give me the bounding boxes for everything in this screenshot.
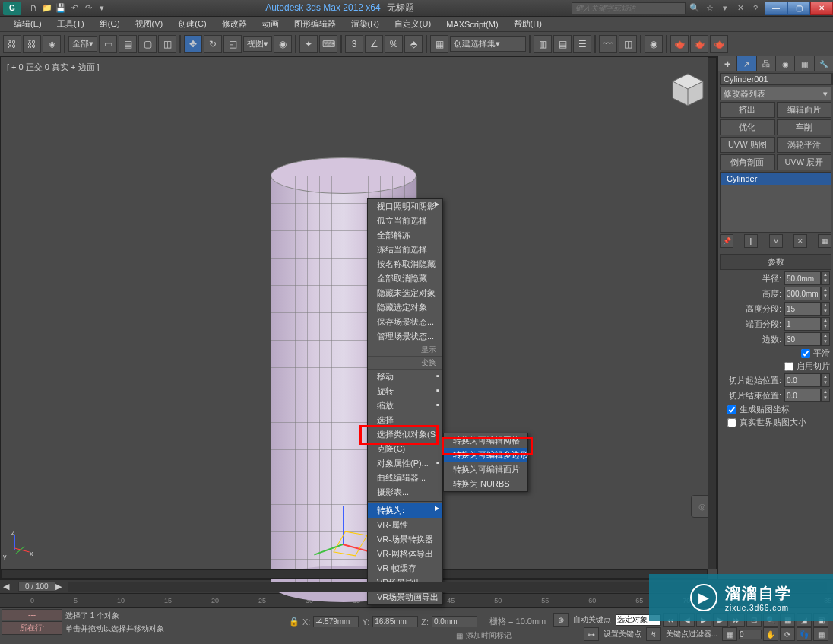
height-spinner[interactable]: ▲▼	[821, 287, 830, 300]
ctx-conv-nurbs[interactable]: 转换为 NURBS	[444, 477, 527, 491]
btn-uvwmap[interactable]: UVW 贴图	[720, 137, 775, 153]
cseg-input[interactable]	[784, 317, 821, 331]
pin-stack-icon[interactable]: 📌	[720, 234, 733, 248]
signin-icon[interactable]: ▾	[719, 2, 731, 14]
close-button[interactable]: ✕	[810, 2, 833, 15]
render-icon[interactable]: 🫖	[710, 35, 728, 53]
btn-bevel[interactable]: 倒角剖面	[720, 154, 775, 170]
ref-coord[interactable]: 视图 ▾	[243, 36, 272, 52]
btn-turbosmooth[interactable]: 涡轮平滑	[777, 137, 832, 153]
save-icon[interactable]: 💾	[55, 2, 67, 14]
ctx-obj-props[interactable]: 对象属性(P)...	[368, 456, 442, 471]
mirror-icon[interactable]: ▥	[534, 35, 552, 53]
menu-help[interactable]: 帮助(H)	[506, 18, 550, 30]
ctx-isolate[interactable]: 孤立当前选择	[368, 214, 442, 228]
btn-optimize[interactable]: 优化	[720, 119, 775, 135]
radius-spinner[interactable]: ▲▼	[821, 271, 830, 285]
btn-lathe[interactable]: 车削	[777, 119, 832, 135]
undo-icon[interactable]: ↶	[68, 2, 81, 14]
modifier-list-dropdown[interactable]: 修改器列表▾	[720, 87, 831, 100]
setkey-button[interactable]: 设置关键点	[600, 629, 645, 639]
ctx-manage-state[interactable]: 管理场景状态...	[368, 329, 442, 344]
remove-mod-icon[interactable]: ✕	[793, 234, 807, 248]
key-filter-button[interactable]: 关键点过滤器...	[663, 629, 721, 639]
y-coord-input[interactable]	[372, 616, 418, 627]
select-name-icon[interactable]: ▤	[119, 35, 137, 53]
btn-extrude[interactable]: 挤出	[720, 102, 775, 118]
select-region-icon[interactable]: ▢	[138, 35, 157, 53]
key-tangent-icon[interactable]: ↯	[646, 627, 661, 641]
x-coord-input[interactable]	[313, 616, 359, 627]
tab-utilities-icon[interactable]: 🔧	[815, 56, 833, 71]
frame-input[interactable]	[739, 630, 762, 639]
object-name-input[interactable]	[720, 73, 832, 85]
nav-walk-icon[interactable]: 👣	[797, 627, 812, 641]
manipulate-icon[interactable]: ✦	[299, 35, 318, 53]
material-icon[interactable]: ◉	[645, 35, 663, 53]
ctx-viewport-lighting[interactable]: 视口照明和阴影	[368, 199, 442, 214]
slice-checkbox[interactable]	[784, 362, 793, 371]
spinner-snap-icon[interactable]: ⬘	[404, 35, 423, 53]
btn-editpatch[interactable]: 编辑面片	[777, 102, 832, 118]
sliceto-spinner[interactable]: ▲▼	[821, 389, 830, 402]
menu-create[interactable]: 创建(C)	[170, 18, 214, 30]
menu-tools[interactable]: 工具(T)	[49, 18, 92, 30]
time-tag-icon[interactable]: ▦	[456, 632, 463, 640]
viewport-scrollbar-v[interactable]	[708, 57, 717, 569]
percent-snap-icon[interactable]: %	[385, 35, 403, 53]
menu-render[interactable]: 渲染(R)	[344, 18, 387, 30]
new-icon[interactable]: 🗋	[27, 2, 40, 14]
ctx-conv-poly[interactable]: 转换为可编辑多边形	[444, 448, 527, 462]
tab-modify-icon[interactable]: ↗	[737, 56, 755, 71]
ctx-hide-sel[interactable]: 隐藏选定对象	[368, 300, 442, 315]
add-time-tag[interactable]: 添加时间标记	[466, 630, 512, 641]
menu-modifiers[interactable]: 修改器	[214, 18, 255, 30]
menu-graph[interactable]: 图形编辑器	[287, 18, 344, 30]
window-crossing-icon[interactable]: ◫	[158, 35, 176, 53]
slicefrom-input[interactable]	[784, 373, 821, 387]
render-setup-icon[interactable]: 🫖	[670, 35, 689, 53]
genmap-checkbox[interactable]	[727, 405, 736, 414]
show-result-icon[interactable]: ‖	[744, 234, 758, 248]
radius-input[interactable]	[784, 271, 821, 285]
ctx-select[interactable]: 选择	[368, 413, 442, 427]
stack-cylinder[interactable]: Cylinder	[721, 173, 831, 185]
ctx-unhide-all[interactable]: 全部取消隐藏	[368, 271, 442, 286]
ctx-convert-to[interactable]: 转换为:	[368, 503, 442, 518]
viewcube[interactable]	[665, 68, 711, 113]
menu-views[interactable]: 视图(V)	[128, 18, 171, 30]
tab-display-icon[interactable]: ▦	[795, 56, 813, 71]
help-search-input[interactable]	[572, 2, 686, 14]
menu-maxscript[interactable]: MAXScript(M)	[439, 20, 505, 29]
selection-filter[interactable]: 全部 ▾	[68, 36, 97, 52]
ctx-vr-anim-export[interactable]: VR场景动画导出	[368, 590, 442, 604]
menu-edit[interactable]: 编辑(E)	[6, 18, 49, 30]
ctx-vr-props[interactable]: VR-属性	[368, 518, 442, 532]
unlink-icon[interactable]: ⛓	[23, 35, 41, 53]
minimize-button[interactable]: —	[765, 2, 787, 15]
params-rollout-header[interactable]: 参数	[720, 254, 831, 270]
ctx-select-similar[interactable]: 选择类似对象(S)	[368, 427, 442, 442]
viewport-scrollbar-h[interactable]	[1, 569, 708, 579]
scale-icon[interactable]: ◱	[223, 35, 242, 53]
exchange-icon[interactable]: ✕	[734, 2, 746, 14]
app-icon[interactable]: G	[3, 2, 21, 15]
angle-snap-icon[interactable]: ∠	[365, 35, 383, 53]
btn-unwrap[interactable]: UVW 展开	[777, 154, 832, 170]
ctx-conv-patch[interactable]: 转换为可编辑面片	[444, 462, 527, 477]
render-frame-icon[interactable]: 🫖	[690, 35, 708, 53]
set-key-icon[interactable]: ⊕	[553, 613, 569, 627]
ctx-vr-mesh-export[interactable]: VR-网格体导出	[368, 547, 442, 561]
snap-icon[interactable]: 3	[345, 35, 363, 53]
sides-input[interactable]	[784, 332, 821, 346]
make-unique-icon[interactable]: ∀	[769, 234, 783, 248]
smooth-checkbox[interactable]	[801, 349, 810, 358]
tab-hierarchy-icon[interactable]: 品	[757, 56, 775, 71]
ctx-dope-sheet[interactable]: 摄影表...	[368, 485, 442, 500]
nav-pan-icon[interactable]: ✋	[763, 627, 778, 641]
ctx-move[interactable]: 移动	[368, 370, 442, 384]
nav-orbit-icon[interactable]: ⟳	[780, 627, 795, 641]
ctx-freeze-sel[interactable]: 冻结当前选择	[368, 243, 442, 257]
prev-key-icon[interactable]: ◀	[3, 582, 9, 592]
ctx-rotate[interactable]: 旋转	[368, 384, 442, 398]
